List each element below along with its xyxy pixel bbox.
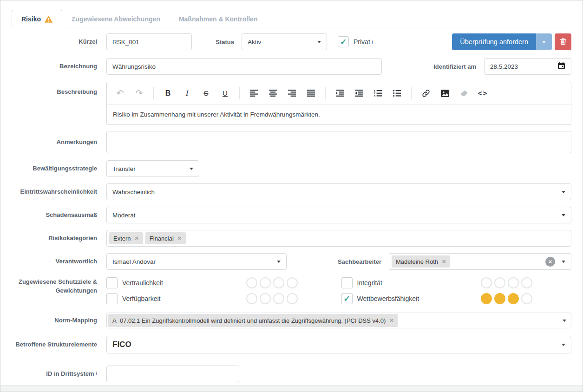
- remove-tag-icon[interactable]: ✕: [177, 235, 182, 242]
- tab-zugewiesene-abweichungen[interactable]: Zugewiesene Abweichungen: [62, 10, 170, 28]
- norm-mapping-label: Norm-Mapping: [12, 316, 97, 325]
- align-justify-icon: [307, 90, 315, 97]
- link-button[interactable]: [420, 87, 432, 99]
- verfuegbarkeit-weight: [246, 293, 298, 304]
- strukturelemente-label: Betroffene Strukturelemente: [12, 340, 97, 349]
- vertraulichkeit-checkbox[interactable]: [106, 277, 118, 288]
- weight-circle[interactable]: [260, 293, 271, 304]
- wettbewerbsfaehigkeit-weight: [481, 293, 532, 304]
- bold-button[interactable]: B: [162, 87, 174, 99]
- weight-circle[interactable]: [481, 293, 492, 304]
- schadensausmass-select[interactable]: Moderat: [106, 207, 571, 223]
- verantwortlich-select[interactable]: Ismael Andovar: [106, 253, 287, 270]
- anmerkungen-label: Anmerkungen: [12, 138, 97, 147]
- risikokategorien-label: Risikokategorien: [12, 234, 97, 243]
- weight-circle[interactable]: [246, 277, 257, 288]
- identifiziert-am-date-input[interactable]: 28.5.2023: [484, 58, 571, 75]
- align-justify-button[interactable]: [305, 87, 317, 99]
- wettbewerbsfaehigkeit-checkbox[interactable]: [341, 293, 353, 304]
- id-drittsystem-label-text: ID in Drittsystem: [46, 370, 94, 379]
- delete-button[interactable]: [555, 33, 571, 50]
- vertraulichkeit-weight: [246, 277, 298, 288]
- remove-tag-icon[interactable]: ✕: [389, 318, 393, 324]
- align-left-button[interactable]: [248, 87, 260, 99]
- weight-circle[interactable]: [494, 277, 505, 288]
- risikokategorien-multiselect[interactable]: Extern✕ Financial✕: [106, 230, 571, 247]
- strikethrough-button[interactable]: S: [200, 87, 212, 99]
- unordered-list-button[interactable]: [391, 87, 403, 99]
- status-select[interactable]: Aktiv: [242, 33, 327, 50]
- weight-circle[interactable]: [521, 277, 532, 288]
- redo-button[interactable]: ↷: [133, 87, 145, 99]
- weight-circle[interactable]: [246, 293, 257, 304]
- underline-icon: U: [223, 89, 228, 97]
- code-icon: <>: [478, 89, 488, 97]
- verfuegbarkeit-checkbox[interactable]: [106, 293, 118, 304]
- weight-circle[interactable]: [287, 293, 298, 304]
- kuerzel-label: Kürzel: [12, 38, 97, 46]
- weight-circle[interactable]: [508, 277, 519, 288]
- align-right-button[interactable]: [286, 87, 298, 99]
- verantwortlich-label: Verantwortlich: [12, 257, 97, 266]
- chevron-down-icon: [317, 41, 321, 43]
- tag-label: A_07.02.1 Ein Zugriffskontrollmodell wir…: [112, 317, 386, 324]
- request-review-button[interactable]: Überprüfung anfordern: [452, 33, 536, 50]
- align-center-button[interactable]: [267, 87, 279, 99]
- bezeichnung-input[interactable]: [106, 58, 382, 75]
- integritaet-label: Integrität: [357, 279, 382, 287]
- indent-button[interactable]: [334, 87, 346, 99]
- remove-tag-icon[interactable]: ✕: [442, 259, 446, 265]
- bewaeltigungsstrategie-select[interactable]: Transfer: [106, 160, 199, 177]
- chevron-down-icon: [563, 320, 566, 322]
- beschreibung-text[interactable]: Risiko im Zusammenhang mit unserer Aktiv…: [107, 105, 571, 124]
- kuerzel-input[interactable]: [106, 33, 192, 50]
- underline-button[interactable]: U: [219, 87, 231, 99]
- weight-circle[interactable]: [260, 277, 271, 288]
- norm-mapping-multiselect[interactable]: A_07.02.1 Ein Zugriffskontrollmodell wir…: [106, 313, 571, 328]
- strikethrough-icon: S: [203, 89, 208, 97]
- eraser-button[interactable]: [458, 87, 470, 99]
- tab-massnahmen-kontrollen[interactable]: Maßnahmen & Kontrollen: [170, 10, 267, 28]
- image-button[interactable]: [439, 87, 451, 99]
- undo-button[interactable]: ↶: [114, 87, 126, 99]
- weight-circle[interactable]: [273, 293, 284, 304]
- ordered-list-button[interactable]: 123: [372, 87, 384, 99]
- eraser-icon: [460, 90, 468, 97]
- weight-circle[interactable]: [521, 293, 532, 304]
- weight-circle[interactable]: [273, 277, 284, 288]
- privat-checkbox[interactable]: [338, 36, 349, 47]
- eintrittswahrscheinlichkeit-select[interactable]: Wahrscheinlich: [106, 183, 571, 200]
- tag-norm-mapping: A_07.02.1 Ein Zugriffskontrollmodell wir…: [108, 314, 398, 327]
- weight-circle[interactable]: [508, 293, 519, 304]
- id-drittsystem-input[interactable]: [106, 366, 239, 382]
- status-value: Aktiv: [248, 39, 261, 46]
- sachbearbeiter-multiselect[interactable]: Madeleine Roth✕ ✕: [389, 253, 571, 270]
- outdent-button[interactable]: [353, 87, 365, 99]
- remove-tag-icon[interactable]: ✕: [135, 235, 139, 242]
- schadensausmass-value: Moderat: [112, 212, 136, 219]
- svg-text:3: 3: [374, 94, 375, 97]
- ordered-list-icon: 123: [374, 90, 382, 97]
- toolbar-divider: [325, 87, 326, 99]
- tag-madeleine-roth: Madeleine Roth✕: [392, 255, 450, 268]
- outdent-icon: [355, 90, 363, 97]
- anmerkungen-textarea[interactable]: [106, 131, 571, 153]
- warning-icon: [45, 16, 52, 23]
- weight-circle[interactable]: [481, 277, 492, 288]
- calendar-icon[interactable]: [557, 62, 565, 71]
- integritaet-checkbox[interactable]: [341, 277, 353, 288]
- weight-circle[interactable]: [494, 293, 505, 304]
- toolbar-divider: [239, 87, 240, 99]
- privat-label: Privat: [354, 38, 370, 46]
- review-split-caret-button[interactable]: [536, 33, 552, 50]
- clear-selection-icon[interactable]: ✕: [545, 257, 555, 267]
- code-view-button[interactable]: <>: [477, 87, 489, 99]
- weight-circle[interactable]: [287, 277, 298, 288]
- verantwortlich-value: Ismael Andovar: [112, 258, 156, 265]
- unordered-list-icon: [393, 90, 401, 97]
- strukturelemente-select[interactable]: FICO: [106, 336, 571, 353]
- italic-button[interactable]: I: [181, 87, 193, 99]
- status-label: Status: [192, 39, 242, 46]
- tab-risiko[interactable]: Risiko: [12, 10, 62, 28]
- schutzziele-grid: Vertraulichkeit Integrität Verfügbarkeit…: [106, 276, 571, 305]
